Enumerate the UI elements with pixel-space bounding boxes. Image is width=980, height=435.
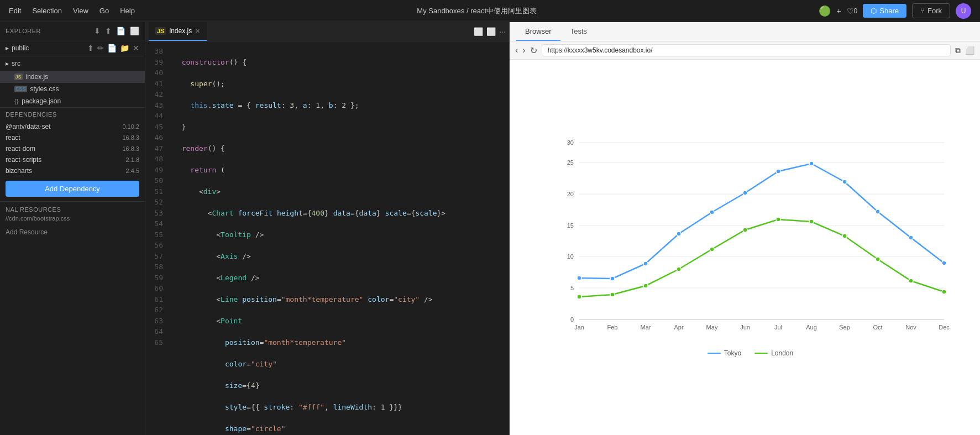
- code-editor[interactable]: constructor() { super(); this.state = { …: [167, 41, 509, 435]
- file-item-packagejson[interactable]: {} package.json: [0, 95, 145, 107]
- back-button[interactable]: ‹: [515, 45, 518, 55]
- svg-point-50: [942, 290, 946, 294]
- legend-tokyo: Tokyo: [708, 349, 741, 357]
- new-file-icon[interactable]: 📄: [116, 27, 125, 35]
- rename-folder-btn[interactable]: ✏: [97, 44, 104, 53]
- svg-text:0: 0: [570, 316, 573, 323]
- public-folder-header: ▸ public ⬆ ✏ 📄 📁 ✕: [0, 40, 145, 56]
- dep-react-version: 16.8.3: [122, 134, 139, 141]
- external-resource-url: //cdn.com/bootstrap.css: [6, 215, 139, 222]
- svg-point-28: [610, 276, 615, 281]
- svg-text:20: 20: [567, 191, 573, 197]
- sidebar: EXPLORER ⬇ ⬆ 📄 ⬜ ▸ public ⬆ ✏ 📄 📁: [0, 22, 145, 435]
- add-dependency-button[interactable]: Add Dependency: [6, 181, 139, 197]
- browser-tab-tests[interactable]: Tests: [562, 22, 596, 41]
- copy-url-button[interactable]: ⧉: [955, 46, 961, 55]
- svg-point-27: [577, 276, 581, 280]
- menu-go[interactable]: Go: [99, 7, 109, 15]
- svg-point-33: [776, 169, 780, 174]
- svg-text:Apr: Apr: [674, 324, 683, 331]
- chevron-right-icon: ▸: [6, 60, 9, 67]
- svg-text:Oct: Oct: [873, 324, 882, 331]
- share-button[interactable]: ⬡ Share: [863, 4, 906, 18]
- svg-text:Mar: Mar: [640, 324, 651, 331]
- svg-point-37: [909, 235, 913, 240]
- svg-point-38: [942, 261, 946, 265]
- line-numbers: 38 39 40 41 42 43 44 45 46 47 48 49 50 5…: [145, 41, 167, 435]
- new-subfolder-btn[interactable]: 📁: [120, 44, 129, 53]
- tab-close-btn[interactable]: ✕: [195, 28, 200, 35]
- like-button[interactable]: ♡ 0: [847, 7, 858, 15]
- dep-bizcharts-name: bizcharts: [6, 167, 32, 175]
- upload-to-folder-btn[interactable]: ⬆: [87, 44, 94, 53]
- src-folder-label: ▸ src: [6, 60, 20, 67]
- open-new-tab-button[interactable]: ⬜: [965, 46, 974, 55]
- sidebar-header: EXPLORER ⬇ ⬆ 📄 ⬜: [0, 22, 145, 40]
- more-options-btn[interactable]: ···: [499, 27, 506, 36]
- browser-tab-browser[interactable]: Browser: [516, 22, 560, 41]
- download-icon[interactable]: ⬇: [94, 27, 101, 35]
- svg-text:Jan: Jan: [574, 324, 584, 331]
- svg-point-48: [876, 257, 880, 261]
- deps-title: Dependencies: [0, 108, 145, 121]
- src-folder-header[interactable]: ▸ src: [0, 56, 145, 71]
- svg-text:10: 10: [567, 253, 573, 260]
- svg-text:Aug: Aug: [806, 324, 817, 331]
- like-count: 0: [854, 7, 858, 15]
- svg-point-40: [610, 292, 615, 297]
- svg-point-41: [643, 284, 648, 288]
- svg-text:May: May: [706, 324, 717, 331]
- browser-nav: ‹ › ↻ ⧉ ⬜: [510, 41, 980, 60]
- editor-tab-right-btns: ⬜ ⬜ ···: [474, 27, 506, 36]
- file-tree: ▸ public ⬆ ✏ 📄 📁 ✕ ▸ src: [0, 40, 145, 435]
- editor-content: 38 39 40 41 42 43 44 45 46 47 48 49 50 5…: [145, 41, 509, 435]
- svg-text:Jul: Jul: [774, 324, 782, 331]
- tab-js-icon: JS: [155, 27, 166, 35]
- file-item-indexjs[interactable]: JS index.js: [0, 71, 145, 83]
- svg-text:Jun: Jun: [740, 324, 750, 331]
- file-name-stylescss: styles.css: [30, 85, 59, 93]
- svg-point-35: [842, 180, 847, 184]
- legend-london-label: London: [771, 349, 793, 357]
- menu-selection[interactable]: Selection: [32, 7, 61, 15]
- public-folder-label[interactable]: ▸ public: [6, 44, 29, 52]
- menu-view[interactable]: View: [73, 7, 88, 15]
- menu-bar: Edit Selection View Go Help My Sandboxes…: [0, 0, 980, 22]
- plus-button[interactable]: +: [836, 7, 841, 15]
- menu-bar-left: Edit Selection View Go Help: [9, 7, 135, 15]
- dep-antv-version: 0.10.2: [122, 123, 139, 130]
- menu-bar-right: 🟢 + ♡ 0 ⬡ Share ⑂ Fork U: [819, 3, 971, 19]
- split-editor-btn[interactable]: ⬜: [474, 27, 483, 36]
- url-bar[interactable]: [542, 44, 951, 56]
- editor-tab-indexjs[interactable]: JS index.js ✕: [149, 22, 207, 41]
- main-layout: EXPLORER ⬇ ⬆ 📄 ⬜ ▸ public ⬆ ✏ 📄 📁: [0, 22, 980, 435]
- add-resource-button[interactable]: Add Resource: [6, 228, 48, 236]
- share-icon: ⬡: [871, 7, 877, 15]
- svg-point-46: [809, 219, 814, 224]
- file-item-stylescss[interactable]: CSS styles.css: [0, 83, 145, 95]
- fork-button[interactable]: ⑂ Fork: [912, 3, 950, 18]
- svg-text:15: 15: [567, 222, 573, 229]
- browser-tabs: Browser Tests: [510, 22, 980, 41]
- svg-point-30: [677, 232, 681, 236]
- new-file-in-folder-btn[interactable]: 📄: [107, 44, 117, 53]
- browser-panel: Browser Tests ‹ › ↻ ⧉ ⬜: [510, 22, 980, 435]
- forward-button[interactable]: ›: [522, 45, 525, 55]
- menu-help[interactable]: Help: [120, 7, 135, 15]
- avatar[interactable]: U: [956, 3, 971, 19]
- svg-point-47: [842, 234, 847, 238]
- delete-folder-btn[interactable]: ✕: [133, 44, 139, 53]
- refresh-button[interactable]: ↻: [530, 45, 537, 56]
- menu-edit[interactable]: Edit: [9, 7, 21, 15]
- svg-point-43: [710, 247, 714, 251]
- fullscreen-btn[interactable]: ⬜: [486, 27, 496, 36]
- svg-point-49: [909, 279, 913, 283]
- dep-react: react 16.8.3: [0, 132, 145, 143]
- svg-point-36: [876, 209, 880, 214]
- dep-antv-name: @antv/data-set: [6, 123, 51, 130]
- legend-london-line: [754, 353, 768, 354]
- new-folder-icon[interactable]: ⬜: [130, 27, 139, 35]
- svg-text:25: 25: [567, 159, 573, 166]
- svg-text:Feb: Feb: [607, 324, 617, 331]
- upload-icon[interactable]: ⬆: [105, 27, 112, 35]
